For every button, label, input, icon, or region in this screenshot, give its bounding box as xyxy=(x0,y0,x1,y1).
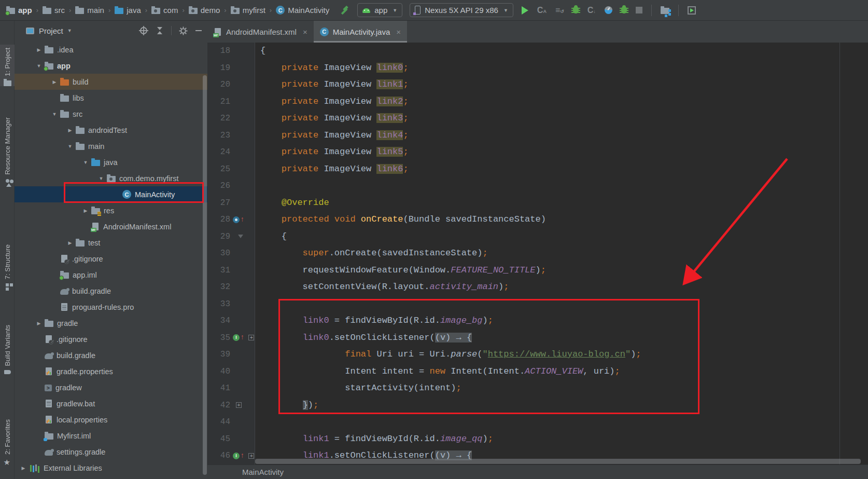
apply-code-changes-icon[interactable]: ≡↺ xyxy=(555,6,564,15)
sidebar-item-project[interactable]: 1: Project xyxy=(0,45,15,86)
locate-file-icon[interactable] xyxy=(139,26,148,35)
tree-item-label: app.iml xyxy=(73,271,97,279)
breadcrumb-item-myfirst[interactable]: myfirst xyxy=(229,5,268,16)
tree-item-res[interactable]: ▶res xyxy=(15,202,207,218)
sidebar-item-variants[interactable]: Build Variants xyxy=(0,322,15,374)
url-link[interactable]: https://www.liuyao-blog.cn xyxy=(488,349,625,359)
tree-item-libs[interactable]: libs xyxy=(15,90,207,106)
code-line-27: 27 @Override xyxy=(207,195,868,212)
implementing-method-icon[interactable] xyxy=(233,453,240,459)
tree-item-myfirst-iml[interactable]: Myfirst.iml xyxy=(15,428,207,444)
project-panel-title[interactable]: Project xyxy=(39,26,63,35)
project-tree: ▶.idea▼app▶buildlibs▼src▶androidTest▼mai… xyxy=(15,42,207,476)
fold-collapse-icon[interactable] xyxy=(238,235,243,238)
chevron-down-icon[interactable]: ▼ xyxy=(66,144,74,149)
chevron-right-icon[interactable]: ▶ xyxy=(51,79,58,85)
collapse-all-icon[interactable] xyxy=(156,26,164,35)
tree-item-com-demo-myfirst[interactable]: ▼com.demo.myfirst xyxy=(15,170,207,186)
tree-item--gitignore[interactable]: .gitignore xyxy=(15,251,207,267)
close-icon[interactable]: × xyxy=(303,28,307,36)
tree-item-androidmanifest-xml[interactable]: AndroidManifest.xml xyxy=(15,218,207,235)
implementing-method-icon[interactable] xyxy=(233,334,240,341)
tree-item-local-properties[interactable]: local.properties xyxy=(15,412,207,428)
chevron-down-icon[interactable]: ▼ xyxy=(67,28,72,33)
chevron-right-icon[interactable]: ▶ xyxy=(82,208,89,213)
tree-item-build[interactable]: ▶build xyxy=(15,74,207,90)
breadcrumb-item-src[interactable]: src xyxy=(40,5,67,16)
tree-item-app-iml[interactable]: app.iml xyxy=(15,267,207,283)
fold-expand-icon[interactable] xyxy=(248,335,254,340)
profiler-icon[interactable] xyxy=(605,6,612,14)
code-segment: link6 xyxy=(376,164,403,174)
tree-item-test[interactable]: ▶test xyxy=(15,235,207,251)
tree-item-app[interactable]: ▼app xyxy=(15,58,207,74)
chevron-down-icon[interactable]: ▼ xyxy=(35,63,43,69)
breadcrumb-item-app[interactable]: app xyxy=(4,5,34,16)
code-segment: ; xyxy=(541,265,546,275)
tree-item-label: Myfirst.iml xyxy=(57,432,91,440)
breadcrumb-item-com[interactable]: com xyxy=(149,5,180,16)
tree-item-settings-gradle[interactable]: settings.gradle xyxy=(15,444,207,460)
tree-item-build-gradle[interactable]: build.gradle xyxy=(15,283,207,299)
tree-item-label: AndroidManifest.xml xyxy=(103,223,171,231)
tree-item-mainactivity[interactable]: MainActivity xyxy=(15,186,207,202)
attach-debugger-icon[interactable] xyxy=(621,7,627,13)
breadcrumb-label: myfirst xyxy=(243,6,265,15)
chevron-right-icon[interactable]: ▶ xyxy=(66,128,74,133)
tree-item-gradlew-bat[interactable]: gradlew.bat xyxy=(15,395,207,412)
build-icon[interactable] xyxy=(340,5,350,16)
tree-item-java[interactable]: ▼java xyxy=(15,154,207,170)
tree-item-gradle[interactable]: ▶gradle xyxy=(15,315,207,331)
tree-item-androidtest[interactable]: ▶androidTest xyxy=(15,122,207,138)
code-viewport[interactable]: 18{19 private ImageView link0;20 private… xyxy=(207,43,868,464)
stop-icon[interactable] xyxy=(636,7,642,13)
close-icon[interactable]: × xyxy=(396,28,401,36)
tree-item--gitignore[interactable]: .gitignore xyxy=(15,331,207,347)
hide-panel-icon[interactable] xyxy=(195,27,202,34)
device-file-explorer-icon[interactable] xyxy=(688,6,696,15)
tree-item-external-libraries[interactable]: ▶External Libraries xyxy=(15,460,207,476)
device-select[interactable]: Nexus 5X API 29 x86 ▼ xyxy=(410,3,513,17)
chevron-down-icon[interactable]: ▼ xyxy=(51,112,58,117)
tree-item-build-gradle[interactable]: build.gradle xyxy=(15,347,207,363)
tab-androidmanifest-xml[interactable]: AndroidManifest.xml× xyxy=(207,21,314,43)
chevron-right-icon[interactable]: ▶ xyxy=(35,321,43,326)
debug-icon[interactable] xyxy=(573,7,579,13)
gutter-icons xyxy=(230,402,255,408)
chevron-right-icon[interactable]: ▶ xyxy=(66,240,74,245)
breadcrumb-item-MainActivity[interactable]: MainActivity xyxy=(274,5,331,16)
breadcrumb[interactable]: MainActivity xyxy=(242,468,284,476)
tree-item--idea[interactable]: ▶.idea xyxy=(15,42,207,58)
gradle-sync-icon[interactable] xyxy=(661,8,669,14)
gear-icon[interactable] xyxy=(179,26,188,35)
horizontal-scrollbar[interactable] xyxy=(255,459,861,464)
sidebar-item-structure[interactable]: 7: Structure xyxy=(0,241,15,286)
chevron-right-icon[interactable]: ▶ xyxy=(35,47,43,52)
tab-mainactivity-java[interactable]: MainActivity.java× xyxy=(314,21,407,43)
fold-expand-icon[interactable] xyxy=(248,453,254,459)
chevron-right-icon[interactable]: ▶ xyxy=(20,466,27,471)
breadcrumb-item-main[interactable]: main xyxy=(73,5,106,16)
tree-item-main[interactable]: ▼main xyxy=(15,138,207,154)
line-number: 30 xyxy=(207,245,230,262)
chevron-down-icon[interactable]: ▼ xyxy=(82,160,89,165)
apply-changes-icon[interactable]: CA xyxy=(537,6,547,15)
run-config-select[interactable]: app ▼ xyxy=(357,3,402,17)
sidebar-item-favorites[interactable]: 2: Favorites★ xyxy=(0,416,15,467)
project-scrollbar[interactable] xyxy=(203,75,207,475)
tree-item-proguard-rules-pro[interactable]: proguard-rules.pro xyxy=(15,299,207,315)
code-segment: private xyxy=(260,130,318,140)
code-line-21: 21 private ImageView link2; xyxy=(207,93,868,111)
chevron-down-icon[interactable]: ▼ xyxy=(97,176,105,181)
breadcrumb-item-demo[interactable]: demo xyxy=(187,5,222,16)
overriding-method-icon[interactable] xyxy=(233,216,240,223)
run-icon[interactable] xyxy=(522,6,528,15)
breadcrumb-item-java[interactable]: java xyxy=(113,5,143,16)
sidebar-item-resource[interactable]: Resource Manager xyxy=(0,114,15,183)
fold-expand-icon[interactable] xyxy=(236,402,242,408)
tree-item-gradlew[interactable]: gradlew xyxy=(15,379,207,395)
tree-item-src[interactable]: ▼src xyxy=(15,106,207,122)
tree-item-gradle-properties[interactable]: gradle.properties xyxy=(15,363,207,379)
line-number: 22 xyxy=(207,110,230,127)
profile-icon[interactable]: C↓ xyxy=(587,6,596,15)
